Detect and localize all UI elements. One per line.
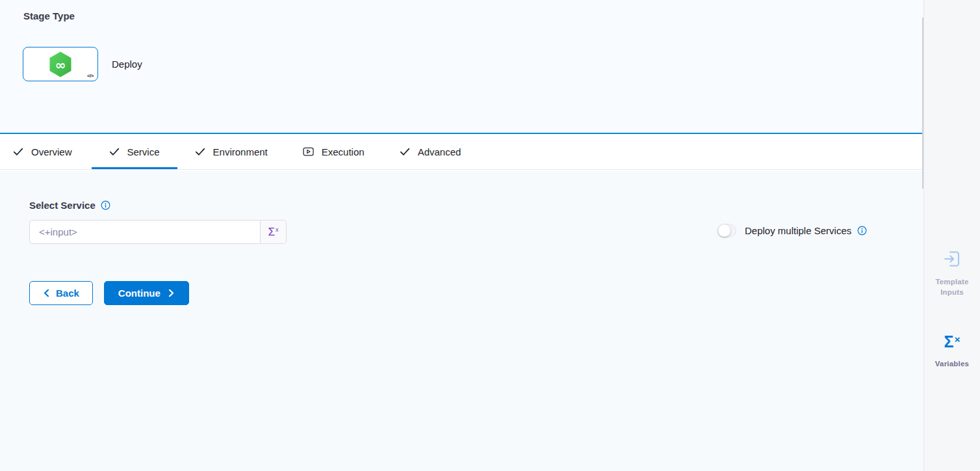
tab-service[interactable]: Service — [92, 134, 177, 169]
template-inputs-button[interactable]: Template Inputs — [924, 249, 980, 297]
tab-environment[interactable]: Environment — [177, 134, 285, 169]
deploy-stage-icon: ∞ — [48, 51, 73, 78]
stage-configuration-page: Stage Type ∞ </> — [0, 0, 980, 471]
select-service-label: Select Service — [29, 200, 110, 211]
deploy-multiple-services-group: Deploy multiple Services — [717, 224, 867, 237]
variables-sigma-icon: Σ× — [944, 330, 961, 351]
deploy-multiple-services-toggle[interactable] — [717, 224, 736, 237]
tab-label: Execution — [322, 146, 365, 157]
variables-label: Variables — [933, 359, 971, 370]
tab-advanced[interactable]: Advanced — [382, 134, 479, 169]
stage-name-label: Deploy — [112, 59, 142, 70]
select-service-input-group: Σx — [29, 220, 287, 244]
template-inputs-label: Template Inputs — [933, 277, 971, 297]
main-panel: Stage Type ∞ </> — [0, 0, 923, 471]
stage-type-title: Stage Type — [23, 10, 75, 21]
deploy-multiple-services-label: Deploy multiple Services — [745, 225, 867, 236]
continue-button[interactable]: Continue — [104, 281, 189, 305]
check-icon — [400, 146, 410, 157]
runtime-input-sigma-button[interactable]: Σx — [261, 220, 287, 244]
check-icon — [13, 146, 23, 157]
info-icon[interactable] — [101, 200, 110, 210]
check-icon — [109, 146, 120, 157]
svg-text:∞: ∞ — [55, 57, 66, 73]
template-inputs-icon — [942, 249, 962, 269]
tab-label: Overview — [31, 146, 72, 157]
toggle-knob — [718, 224, 730, 237]
play-box-icon — [303, 146, 314, 157]
check-icon — [195, 146, 205, 157]
tab-label: Service — [127, 146, 160, 157]
chevron-left-icon — [43, 289, 50, 297]
stage-type-section: Stage Type ∞ </> — [0, 0, 923, 134]
stage-tabbar: Overview Service Environment — [0, 134, 923, 170]
service-tab-content: Select Service Σx — [0, 171, 923, 471]
tab-execution[interactable]: Execution — [285, 134, 382, 169]
tab-overview[interactable]: Overview — [0, 134, 92, 169]
back-button[interactable]: Back — [29, 281, 93, 305]
variables-button[interactable]: Σ× Variables — [924, 330, 980, 370]
tab-label: Advanced — [418, 146, 461, 157]
code-badge: </> — [87, 73, 94, 79]
form-actions: Back Continue — [29, 281, 189, 305]
tab-label: Environment — [213, 146, 268, 157]
chevron-right-icon — [168, 289, 175, 297]
deploy-stage-card[interactable]: ∞ </> — [23, 47, 98, 81]
select-service-input[interactable] — [29, 220, 261, 244]
info-icon[interactable] — [857, 226, 867, 236]
right-rail: Template Inputs Σ× Variables — [923, 0, 980, 471]
